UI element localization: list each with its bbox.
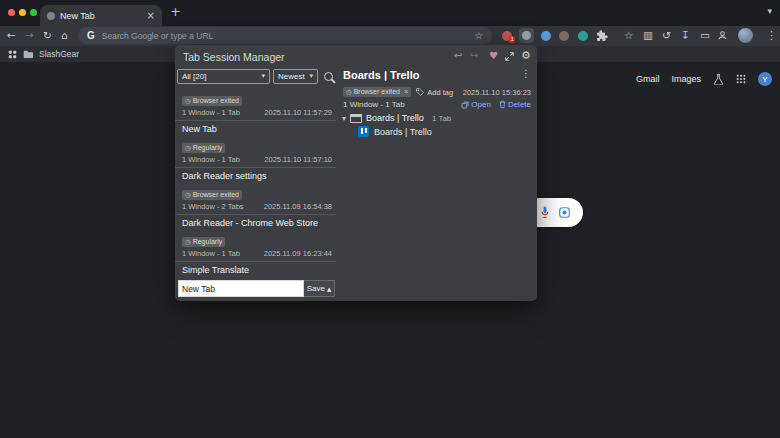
- omnibox-text: Search Google or type a URL: [102, 31, 475, 41]
- folder-icon: [23, 50, 33, 58]
- downloads-icon[interactable]: ↧: [681, 30, 690, 41]
- session-title: Dark Reader settings: [182, 171, 332, 181]
- popup-title: Tab Session Manager: [183, 51, 285, 63]
- extensions-puzzle-icon[interactable]: [596, 30, 608, 42]
- detail-meta-row: 1 Window - 1 Tab Open Delete: [343, 100, 531, 109]
- detail-meta: 1 Window - 1 Tab: [343, 100, 405, 109]
- session-date: 2025.11.10 11:57:29: [264, 108, 332, 117]
- filter-value: All [20]: [182, 72, 206, 81]
- detail-tab-row[interactable]: Boards | Trello: [358, 126, 432, 137]
- voice-search-mic-icon[interactable]: [540, 206, 550, 219]
- browser-window: New Tab × + ▾ ← → ↻ ⌂ G Search Google or…: [0, 0, 780, 438]
- window-controls: [8, 9, 37, 16]
- tab-search-icon[interactable]: ▾: [767, 7, 772, 16]
- tab-session-manager-extension-icon[interactable]: [519, 28, 534, 43]
- apps-grid-icon[interactable]: [8, 50, 17, 59]
- session-name-input[interactable]: [178, 280, 304, 297]
- omnibox[interactable]: G Search Google or type a URL ☆: [78, 27, 492, 44]
- session-detail-panel: Boards | Trello ⋮ ◷ Browser exited × Add…: [340, 67, 534, 299]
- session-meta: 1 Window - 1 Tab: [182, 249, 240, 258]
- avatar[interactable]: [738, 28, 753, 43]
- session-badge: Regularly: [193, 144, 223, 152]
- tab-session-manager-popup: Tab Session Manager ↩ ↪ ♥ ⚙ All [20] ▾ N…: [175, 45, 537, 301]
- profile-icon[interactable]: [717, 30, 728, 41]
- session-item[interactable]: New Tab ◷Regularly 1 Window - 1 Tab2025.…: [175, 121, 336, 168]
- images-link[interactable]: Images: [671, 74, 701, 84]
- tab-strip: New Tab × + ▾: [0, 0, 780, 26]
- session-title: New Tab: [182, 124, 332, 134]
- redo-icon[interactable]: ↪: [470, 51, 478, 61]
- undo-icon[interactable]: ↩: [454, 51, 462, 61]
- session-item[interactable]: Dark Reader - Chrome Web Store ◷Regularl…: [175, 215, 336, 262]
- gmail-link[interactable]: Gmail: [636, 74, 660, 84]
- gear-icon[interactable]: ⚙: [521, 50, 531, 61]
- session-meta: 1 Window - 1 Tab: [182, 108, 240, 117]
- detail-title: Boards | Trello: [343, 69, 515, 81]
- side-panel-icon[interactable]: ▥: [643, 30, 653, 41]
- tab-close-icon[interactable]: ×: [147, 11, 155, 21]
- heart-icon[interactable]: ♥: [489, 51, 498, 61]
- history-icon[interactable]: ↺: [662, 30, 671, 41]
- minimize-window-button[interactable]: [19, 9, 26, 16]
- session-badge: Regularly: [193, 238, 223, 246]
- open-icon: [461, 101, 469, 109]
- open-button[interactable]: Open: [461, 100, 491, 109]
- expand-icon[interactable]: [505, 52, 514, 61]
- detail-tag-row: ◷ Browser exited × Add tag 2025.11.10 15…: [343, 87, 531, 97]
- trash-icon: [499, 100, 506, 109]
- extension-icon-3[interactable]: [559, 31, 569, 41]
- detail-tag: Browser exited: [354, 88, 400, 96]
- clock-icon: ◷: [185, 238, 191, 246]
- clock-icon: ◷: [185, 97, 191, 105]
- google-lens-icon[interactable]: [559, 207, 570, 218]
- menu-kebab-icon[interactable]: ⋮: [766, 30, 777, 41]
- chevron-down-icon[interactable]: ▾: [342, 114, 346, 123]
- session-item[interactable]: ◷Browser exited 1 Window - 1 Tab2025.11.…: [175, 87, 336, 121]
- delete-button[interactable]: Delete: [499, 100, 531, 109]
- chevron-down-icon: ▾: [309, 73, 313, 80]
- maximize-window-button[interactable]: [30, 9, 37, 16]
- tag-icon: [416, 88, 424, 96]
- sort-select[interactable]: Newest ▾: [273, 69, 318, 84]
- google-apps-grid-icon[interactable]: [736, 74, 746, 84]
- session-title: Dark Reader - Chrome Web Store: [182, 218, 332, 228]
- browser-tab[interactable]: New Tab ×: [40, 5, 162, 26]
- save-button[interactable]: Save ▲: [304, 280, 335, 297]
- extension-icon-2[interactable]: [541, 31, 551, 41]
- add-tag-button[interactable]: Add tag: [416, 88, 453, 97]
- clock-icon: ◷: [346, 88, 352, 96]
- new-tab-button[interactable]: +: [170, 5, 181, 18]
- bookmark-folder-label[interactable]: SlashGear: [39, 49, 79, 59]
- bookmark-star-icon[interactable]: ☆: [474, 31, 483, 41]
- newtab-header: Gmail Images Y: [636, 72, 772, 86]
- home-icon[interactable]: ⌂: [61, 30, 68, 41]
- tab-title: New Tab: [60, 11, 147, 21]
- window-icon: [350, 114, 362, 123]
- filter-select[interactable]: All [20] ▾: [177, 69, 270, 84]
- forward-icon[interactable]: →: [25, 30, 34, 41]
- cast-icon[interactable]: ▭: [700, 30, 710, 41]
- google-g-icon: G: [87, 30, 95, 41]
- close-window-button[interactable]: [8, 9, 15, 16]
- open-label: Open: [471, 100, 491, 109]
- detail-window-row[interactable]: ▾ Boards | Trello 1 Tab: [342, 113, 451, 123]
- account-avatar[interactable]: Y: [758, 72, 772, 86]
- bookmarks-icon[interactable]: ☆: [624, 30, 633, 41]
- back-icon[interactable]: ←: [7, 30, 16, 41]
- sort-value: Newest: [278, 72, 305, 81]
- session-item[interactable]: Dark Reader settings ◷Browser exited 1 W…: [175, 168, 336, 215]
- save-label: Save: [307, 284, 325, 293]
- session-item[interactable]: Simple Translate ◷Regularly 1 Window - 5…: [175, 262, 336, 278]
- search-icon[interactable]: [324, 72, 333, 81]
- session-badge: Browser exited: [193, 97, 239, 105]
- reload-icon[interactable]: ↻: [43, 30, 52, 41]
- remove-tag-icon[interactable]: ×: [404, 88, 408, 96]
- window-title: Boards | Trello: [366, 113, 424, 123]
- session-list: ◷Browser exited 1 Window - 1 Tab2025.11.…: [175, 87, 336, 278]
- window-tab-count: 1 Tab: [432, 114, 451, 123]
- search-labs-icon[interactable]: [713, 74, 724, 85]
- detail-tab-title: Boards | Trello: [374, 127, 432, 137]
- extension-icon-4[interactable]: [578, 31, 588, 41]
- detail-menu-kebab-icon[interactable]: ⋮: [521, 69, 531, 79]
- session-date: 2025.11.10 11:57:10: [264, 155, 332, 164]
